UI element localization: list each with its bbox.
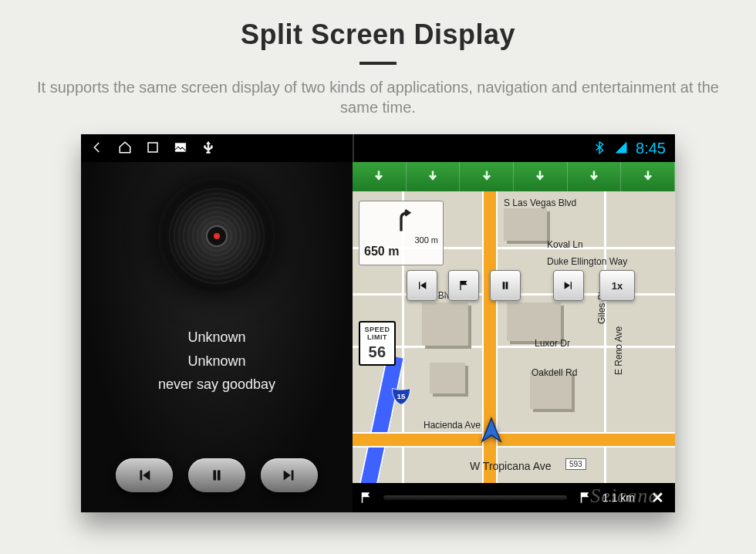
navigation-pane: S Las Vegas Blvd Koval Ln Duke Ellington…	[353, 162, 675, 512]
route-progress-bar	[383, 495, 567, 500]
direction-banner	[353, 162, 675, 191]
sim-prev-button[interactable]	[407, 270, 437, 301]
building	[430, 363, 465, 394]
direction-arrow-icon	[460, 162, 514, 191]
statusbar-split-divider	[353, 134, 354, 162]
svg-rect-1	[175, 143, 186, 151]
signal-icon	[614, 140, 628, 157]
speed-limit-value: 56	[362, 343, 393, 361]
route-flag-icon[interactable]	[359, 491, 373, 505]
speed-limit-label: SPEED LIMIT	[362, 326, 393, 342]
player-prev-button[interactable]	[116, 458, 173, 492]
usb-icon[interactable]	[201, 140, 215, 157]
street-label: S Las Vegas Blvd	[504, 198, 576, 208]
track-artist: Unknown	[81, 350, 353, 373]
turn-icon	[388, 208, 414, 234]
album-disc	[158, 177, 275, 295]
recent-apps-icon[interactable]	[146, 140, 160, 157]
sim-flag-button[interactable]	[448, 270, 479, 301]
direction-arrow-icon	[353, 162, 407, 191]
direction-arrow-icon	[568, 162, 622, 191]
street-label: Koval Ln	[547, 239, 583, 250]
svg-rect-0	[148, 143, 157, 152]
street-label: Duke Ellington Way	[547, 256, 627, 267]
address-marker: 593	[565, 458, 586, 470]
sim-next-button[interactable]	[553, 270, 584, 301]
turn-hint-dist1: 300 m	[364, 235, 438, 245]
statusbar-clock: 8:45	[636, 140, 666, 157]
picture-icon[interactable]	[174, 140, 187, 157]
street-label: E Reno Ave	[613, 326, 624, 375]
building	[504, 208, 547, 241]
direction-arrow-icon	[514, 162, 568, 191]
player-pause-button[interactable]	[188, 458, 245, 492]
remaining-distance: 1.1 km	[602, 492, 635, 504]
player-next-button[interactable]	[261, 458, 318, 492]
title-underline	[359, 62, 397, 65]
sim-speed-button[interactable]: 1x	[599, 270, 635, 301]
android-statusbar: 8:45	[81, 134, 675, 162]
current-position-icon	[478, 417, 505, 448]
music-player-pane: Unknown Unknown never say goodbay	[81, 162, 353, 512]
street-label: W Tropicana Ave	[470, 460, 552, 472]
turn-hint-card: 300 m 650 m	[359, 201, 444, 265]
direction-arrow-icon	[621, 162, 675, 191]
page-description: It supports the same screen display of t…	[23, 77, 733, 117]
map-bottom-bar: 1.1 km ✕	[353, 483, 675, 512]
street-label: Oakdell Rd	[532, 367, 577, 378]
street-label: Hacienda Ave	[424, 420, 481, 431]
home-icon[interactable]	[118, 140, 132, 157]
interstate-shield-icon: 15	[391, 386, 411, 406]
svg-text:15: 15	[397, 392, 406, 400]
device-screenshot: 8:45 Unknown Unknown never say goodbay	[81, 134, 675, 512]
track-name: never say goodbay	[81, 373, 353, 397]
close-route-button[interactable]: ✕	[646, 486, 669, 509]
track-info: Unknown Unknown never say goodbay	[81, 326, 353, 397]
building	[422, 302, 468, 346]
road-minor	[353, 346, 675, 348]
track-title: Unknown	[81, 326, 353, 350]
sim-pause-button[interactable]	[490, 270, 521, 301]
direction-arrow-icon	[407, 162, 461, 191]
back-icon[interactable]	[90, 140, 104, 157]
turn-hint-dist2: 650 m	[364, 245, 438, 258]
page-title: Split Screen Display	[0, 0, 756, 51]
road-tropicana	[353, 432, 675, 448]
dest-flag-icon	[578, 491, 592, 505]
speed-limit-sign: SPEED LIMIT 56	[359, 321, 396, 366]
building	[507, 302, 561, 341]
bluetooth-icon	[592, 140, 606, 157]
street-label: Luxor Dr	[535, 338, 570, 349]
